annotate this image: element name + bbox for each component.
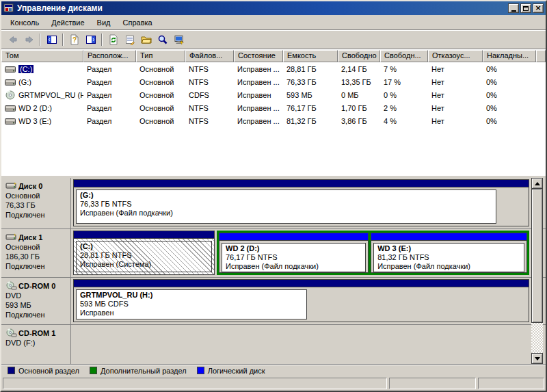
volume-free-pct: 7 % [380,65,428,73]
hard-drive-icon [5,117,16,125]
column-header-free-pct[interactable]: Свободн... [380,50,428,62]
volume-free-pct: 0 % [380,91,428,99]
column-header-status[interactable]: Состояние [234,50,283,62]
column-header-capacity[interactable]: Емкость [283,50,338,62]
cd-rom-drive-icon [5,281,17,290]
volume-row-e[interactable]: WD 3 (E:) Раздел Основной NTFS Исправен … [1,114,546,127]
volume-fs: NTFS [185,104,234,112]
logical-disk-swatch [197,367,204,374]
volume-list-header: Том Располож... Тип Файлов... Состояние … [1,50,546,62]
cdrom-1-label[interactable]: CD-ROM 1 DVD (F:) [1,325,71,364]
scrollbar-thumb[interactable] [531,189,543,323]
hard-drive-icon [5,78,16,86]
partition-size: 76,33 ГБ NTFS [80,200,492,209]
volume-overhead: 0% [483,91,536,99]
refresh-button[interactable] [105,32,121,47]
partition-name: WD 2 (D:) [226,244,362,253]
volume-status: Исправен ... [234,78,283,86]
scroll-up-button[interactable] [531,178,543,189]
legend-label: Основной раздел [18,367,79,375]
title-bar[interactable]: Управление дисками × [1,1,546,15]
column-header-free[interactable]: Свободно [338,50,380,62]
column-header-type[interactable]: Тип [136,50,185,62]
volume-free: 0 МБ [338,91,380,99]
svg-text:?: ? [72,36,77,44]
window-title: Управление дисками [17,3,508,13]
column-header-fault-tolerance[interactable]: Отказоус... [428,50,483,62]
status-panel-3 [478,378,544,389]
refresh-icon [108,34,119,45]
partition-g[interactable]: (G:) 76,33 ГБ NTFS Исправен (Файл подкач… [73,179,529,226]
legend-label: Дополнительный раздел [101,367,187,375]
menu-action[interactable]: Действие [45,17,90,28]
cdrom-0-label[interactable]: CD-ROM 0 DVD 593 МБ Подключен [1,278,71,324]
primary-partition-bar [74,231,214,239]
disk-1-label[interactable]: Диск 1 Основной 186,30 ГБ Подключен [1,229,71,277]
help-topics-button[interactable]: ? [66,32,82,47]
volume-fault-tolerance: Нет [428,91,483,99]
partition-status: Исправен (Система) [80,260,208,269]
menu-view[interactable]: Вид [91,17,117,28]
volume-name: (G:) [18,78,31,86]
volume-free: 2,14 ГБ [338,65,380,73]
volume-fault-tolerance: Нет [428,117,483,125]
back-button[interactable] [5,32,21,47]
volume-status: Исправен [234,91,283,99]
show-hide-action-pane-button[interactable] [83,32,98,47]
partition-e[interactable]: WD 3 (E:) 81,32 ГБ NTFS Исправен (Файл п… [371,233,527,273]
volume-free-pct: 2 % [380,104,428,112]
volume-capacity: 593 МБ [283,91,338,99]
volume-fault-tolerance: Нет [428,65,483,73]
menu-console[interactable]: Консоль [4,17,45,28]
menu-bar: Консоль Действие Вид Справка [1,15,546,30]
column-header-filesystem[interactable]: Файлов... [185,50,234,62]
volume-fault-tolerance: Нет [428,78,483,86]
volume-free: 13,35 ГБ [338,78,380,86]
volume-row-g[interactable]: (G:) Раздел Основной NTFS Исправен ... 7… [1,75,546,88]
column-header-filler [536,50,546,62]
partition-status: Исправен (Файл подкачки) [80,209,492,218]
disk-0-label[interactable]: Диск 0 Основной 76,33 ГБ Подключен [1,178,71,228]
cd-rom-drive-icon [5,328,17,337]
show-hide-console-tree-button[interactable] [44,32,59,47]
volume-location: Раздел [83,91,136,99]
arrow-up-icon [535,182,540,185]
volume-type: Основной [136,65,185,73]
volume-fs: NTFS [185,78,234,86]
column-header-overhead[interactable]: Накладны... [483,50,536,62]
cd-disc-icon [5,90,16,100]
maximize-button[interactable] [520,3,531,13]
disk-status: Подключен [5,261,69,271]
volume-overhead: 0% [483,78,536,86]
legend-label: Логический диск [208,367,265,375]
volume-type: Основной [136,117,185,125]
volume-row-h[interactable]: GRTMPVOL_RU (H:) Раздел Основной CDFS Ис… [1,88,546,101]
disk-size: 593 МБ [5,300,69,310]
partition-h[interactable]: GRTMPVOL_RU (H:) 593 МБ CDFS Исправен [73,279,529,322]
open-button[interactable] [138,32,154,47]
volume-row-c[interactable]: (C:) Раздел Основной NTFS Исправен ... 2… [1,62,546,75]
maximize-icon [523,6,529,11]
partition-size: 593 МБ CDFS [80,300,303,309]
vertical-scrollbar[interactable] [531,178,543,364]
volume-free-pct: 17 % [380,78,428,86]
forward-button[interactable] [21,32,37,47]
column-header-location[interactable]: Располож... [83,50,136,62]
scroll-down-button[interactable] [531,353,543,364]
properties-button[interactable] [122,32,137,47]
primary-partition-bar [74,180,529,187]
menu-help[interactable]: Справка [117,17,159,28]
status-panel-main [3,378,387,389]
disk-name: CD-ROM 1 [18,329,55,337]
show-hide-console-tree-icon [46,34,57,45]
zoom-view-button[interactable] [155,32,170,47]
column-header-volume[interactable]: Том [1,50,83,62]
primary-partition-bar [74,280,529,287]
partition-d[interactable]: WD 2 (D:) 76,17 ГБ NTFS Исправен (Файл п… [219,233,369,273]
minimize-button[interactable] [508,3,519,13]
show-hide-action-pane-icon [85,34,96,45]
volume-row-d[interactable]: WD 2 (D:) Раздел Основной NTFS Исправен … [1,101,546,114]
computer-management-button[interactable] [171,32,187,47]
partition-c-selected[interactable]: (C:) 28,81 ГБ NTFS Исправен (Система) [73,231,215,275]
close-button[interactable]: × [533,3,544,13]
